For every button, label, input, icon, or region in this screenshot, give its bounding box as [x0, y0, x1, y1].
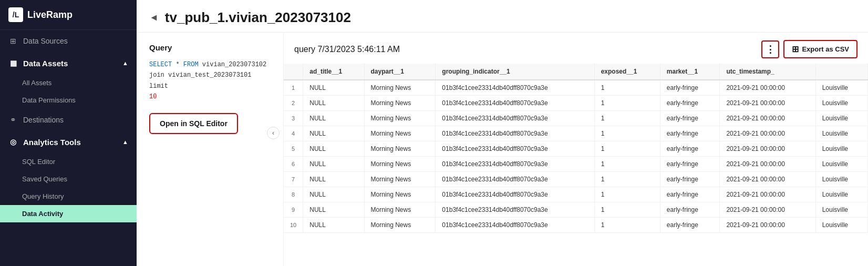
back-button[interactable]: ◄ — [149, 12, 159, 23]
export-csv-button[interactable]: ⊞ Export as CSV — [783, 40, 857, 58]
main-content: ‹ ◄ tv_pub_1.vivian_2023073102 Query SEL… — [137, 0, 868, 266]
destinations-icon: ⚭ — [8, 115, 18, 125]
sidebar-item-sql-editor[interactable]: SQL Editor — [0, 153, 137, 170]
sidebar-item-all-assets[interactable]: All Assets — [0, 74, 137, 91]
col-daypart: daypart__1 — [364, 64, 436, 80]
cell-ad-title: NULL — [303, 126, 364, 141]
cell-ad-title: NULL — [303, 141, 364, 157]
sidebar-item-query-history[interactable]: Query History — [0, 188, 137, 205]
col-utc-timestamp: utc_timestamp_ — [720, 64, 815, 80]
content-area: Query SELECT * FROM vivian_2023073102 jo… — [137, 33, 868, 266]
cell-grouping: 01b3f4c1cee23314db40dff8070c9a3e — [436, 187, 594, 202]
results-table: ad_title__1 daypart__1 grouping_indicato… — [284, 64, 868, 233]
cell-daypart: Morning News — [364, 111, 436, 126]
cell-market: early-fringe — [660, 126, 720, 141]
cell-utc: 2021-09-21 00:00:00 — [720, 141, 815, 157]
cell-daypart: Morning News — [364, 126, 436, 141]
cell-market: early-fringe — [660, 187, 720, 202]
sidebar-item-data-activity[interactable]: Data Activity — [0, 205, 137, 222]
cell-utc: 2021-09-21 00:00:00 — [720, 157, 815, 172]
sidebar-item-saved-queries[interactable]: Saved Queries — [0, 170, 137, 188]
cell-daypart: Morning News — [364, 218, 436, 233]
cell-utc: 2021-09-21 00:00:00 — [720, 111, 815, 126]
cell-grouping: 01b3f4c1cee23314db40dff8070c9a3e — [436, 218, 594, 233]
sidebar-item-label: Analytics Tools — [23, 138, 81, 147]
cell-grouping: 01b3f4c1cee23314db40dff8070c9a3e — [436, 80, 594, 96]
cell-daypart: Morning News — [364, 141, 436, 157]
cell-row-num: 7 — [284, 172, 303, 187]
results-toolbar: ⋮ ⊞ Export as CSV — [761, 40, 857, 58]
table-row: 1 NULL Morning News 01b3f4c1cee23314db40… — [284, 80, 868, 96]
col-exposed: exposed__1 — [594, 64, 660, 80]
cell-utc: 2021-09-21 00:00:00 — [720, 172, 815, 187]
cell-extra: Louisville — [815, 187, 867, 202]
cell-row-num: 10 — [284, 218, 303, 233]
col-ad-title: ad_title__1 — [303, 64, 364, 80]
col-market: market__1 — [660, 64, 720, 80]
cell-grouping: 01b3f4c1cee23314db40dff8070c9a3e — [436, 111, 594, 126]
cell-exposed: 1 — [594, 202, 660, 218]
more-options-button[interactable]: ⋮ — [761, 40, 779, 58]
cell-row-num: 3 — [284, 111, 303, 126]
cell-extra: Louisville — [815, 111, 867, 126]
cell-market: early-fringe — [660, 218, 720, 233]
sidebar-item-data-assets[interactable]: ▦ Data Assets ▲ — [0, 52, 137, 74]
cell-daypart: Morning News — [364, 80, 436, 96]
cell-row-num: 9 — [284, 202, 303, 218]
table-row: 3 NULL Morning News 01b3f4c1cee23314db40… — [284, 111, 868, 126]
sidebar-item-data-sources[interactable]: ⊞ Data Sources — [0, 30, 137, 52]
sidebar-subitem-label: Data Permissions — [22, 96, 76, 104]
export-icon: ⊞ — [792, 44, 799, 54]
cell-exposed: 1 — [594, 157, 660, 172]
cell-exposed: 1 — [594, 218, 660, 233]
cell-daypart: Morning News — [364, 172, 436, 187]
sidebar-subitem-label: Query History — [22, 192, 64, 200]
query-timestamp: query 7/31/2023 5:46:11 AM — [294, 45, 400, 54]
table-row: 2 NULL Morning News 01b3f4c1cee23314db40… — [284, 96, 868, 111]
cell-grouping: 01b3f4c1cee23314db40dff8070c9a3e — [436, 141, 594, 157]
cell-market: early-fringe — [660, 111, 720, 126]
cell-row-num: 1 — [284, 80, 303, 96]
table-row: 4 NULL Morning News 01b3f4c1cee23314db40… — [284, 126, 868, 141]
cell-exposed: 1 — [594, 96, 660, 111]
sidebar-item-destinations[interactable]: ⚭ Destinations — [0, 109, 137, 131]
cell-market: early-fringe — [660, 80, 720, 96]
cell-market: early-fringe — [660, 202, 720, 218]
chevron-up-icon: ▲ — [122, 139, 128, 145]
cell-daypart: Morning News — [364, 96, 436, 111]
sidebar-collapse-button[interactable]: ‹ — [267, 127, 280, 139]
sidebar-item-data-permissions[interactable]: Data Permissions — [0, 91, 137, 109]
collapse-icon: ‹ — [272, 129, 274, 137]
cell-grouping: 01b3f4c1cee23314db40dff8070c9a3e — [436, 126, 594, 141]
cell-exposed: 1 — [594, 172, 660, 187]
cell-grouping: 01b3f4c1cee23314db40dff8070c9a3e — [436, 172, 594, 187]
table-header-row: ad_title__1 daypart__1 grouping_indicato… — [284, 64, 868, 80]
cell-extra: Louisville — [815, 126, 867, 141]
cell-exposed: 1 — [594, 187, 660, 202]
data-sources-icon: ⊞ — [8, 36, 18, 46]
cell-ad-title: NULL — [303, 157, 364, 172]
cell-utc: 2021-09-21 00:00:00 — [720, 126, 815, 141]
cell-grouping: 01b3f4c1cee23314db40dff8070c9a3e — [436, 157, 594, 172]
cell-row-num: 5 — [284, 141, 303, 157]
cell-exposed: 1 — [594, 126, 660, 141]
chevron-up-icon: ▲ — [122, 60, 128, 66]
table-row: 5 NULL Morning News 01b3f4c1cee23314db40… — [284, 141, 868, 157]
results-header: query 7/31/2023 5:46:11 AM ⋮ ⊞ Export as… — [284, 33, 868, 64]
cell-daypart: Morning News — [364, 157, 436, 172]
open-sql-editor-button[interactable]: Open in SQL Editor — [149, 113, 238, 134]
sidebar-item-analytics-tools[interactable]: ◎ Analytics Tools ▲ — [0, 131, 137, 153]
cell-utc: 2021-09-21 00:00:00 — [720, 187, 815, 202]
sidebar-logo: /L LiveRamp — [0, 0, 137, 30]
sidebar: /L LiveRamp ⊞ Data Sources ▦ Data Assets… — [0, 0, 137, 266]
cell-utc: 2021-09-21 00:00:00 — [720, 80, 815, 96]
cell-extra: Louisville — [815, 157, 867, 172]
query-code: SELECT * FROM vivian_2023073102 join viv… — [149, 59, 271, 103]
cell-market: early-fringe — [660, 96, 720, 111]
cell-row-num: 6 — [284, 157, 303, 172]
sidebar-subitem-label: SQL Editor — [22, 158, 55, 166]
sidebar-item-label: Data Assets — [23, 59, 68, 68]
sidebar-subitem-label: Data Activity — [22, 210, 63, 218]
cell-ad-title: NULL — [303, 111, 364, 126]
cell-grouping: 01b3f4c1cee23314db40dff8070c9a3e — [436, 202, 594, 218]
